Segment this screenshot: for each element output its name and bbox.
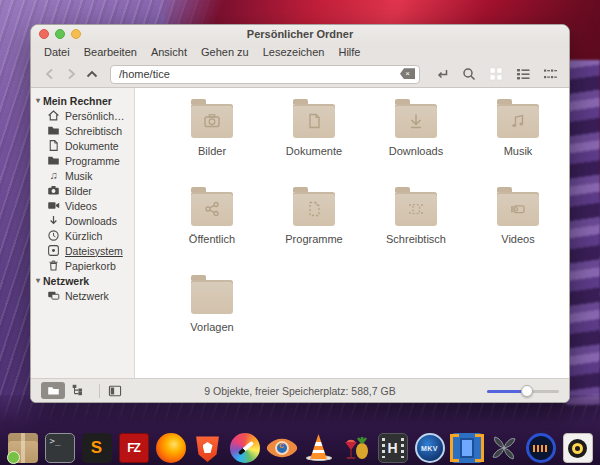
statusbar: 9 Objekte, freier Speicherplatz: 588,7 G… — [31, 378, 569, 402]
folder-videos[interactable]: Videos — [467, 186, 569, 258]
window-title: Persönlicher Ordner — [31, 28, 569, 40]
dock-h-video-icon[interactable]: H — [378, 433, 408, 463]
location-bar: × — [110, 64, 420, 84]
sidebar-item-documents[interactable]: Dokumente — [31, 138, 134, 153]
music-icon: ♫ — [47, 169, 60, 182]
dock-pinwheel-video-icon[interactable] — [489, 433, 519, 463]
dock-filezilla-icon[interactable]: FZ — [119, 433, 149, 463]
network-icon — [47, 289, 60, 302]
sidebar-item-home[interactable]: Persönlich… — [31, 108, 134, 123]
sidebar-item-trash[interactable]: Papierkorb — [31, 258, 134, 273]
toolbar-view-buttons — [430, 64, 561, 84]
sidebar-section-network[interactable]: ▾ Netzwerk — [31, 273, 134, 288]
menu-hilfe[interactable]: Hilfe — [331, 46, 367, 58]
home-icon — [47, 109, 60, 122]
dock-xnview-icon[interactable]: c — [267, 433, 297, 463]
camera-icon — [47, 184, 60, 197]
document-emblem-icon — [293, 104, 335, 138]
compact-view-button[interactable] — [538, 64, 561, 84]
dock-audacity-icon[interactable] — [526, 433, 556, 463]
search-icon[interactable] — [457, 64, 480, 84]
dashed-desktop-emblem-icon — [395, 192, 437, 226]
folder-dokumente[interactable]: Dokumente — [263, 98, 365, 170]
menu-ansicht[interactable]: Ansicht — [144, 46, 194, 58]
folder-grid: Bilder Dokumente Downloads — [161, 98, 569, 346]
list-view-button[interactable] — [511, 64, 534, 84]
folder-icon — [191, 192, 233, 226]
music-emblem-icon — [497, 104, 539, 138]
dock-sublime-text-icon[interactable]: S — [82, 433, 112, 463]
folder-icon — [395, 104, 437, 138]
folder-icon — [293, 192, 335, 226]
folder-icon — [191, 280, 233, 314]
folder-downloads[interactable]: Downloads — [365, 98, 467, 170]
trash-icon — [47, 259, 60, 272]
dock-firefox-icon[interactable] — [156, 433, 186, 463]
folder-vorlagen[interactable]: Vorlagen — [161, 274, 263, 346]
sidebar-item-network[interactable]: Netzwerk — [31, 288, 134, 303]
dashed-document-emblem-icon — [293, 192, 335, 226]
forward-button[interactable] — [60, 64, 81, 84]
menubar: Datei Bearbeiten Ansicht Gehen zu Leseze… — [31, 43, 569, 61]
sidebar-item-videos[interactable]: Videos — [31, 198, 134, 213]
file-manager-window: Persönlicher Ordner Datei Bearbeiten Ans… — [30, 24, 570, 403]
chevron-down-icon: ▾ — [36, 96, 40, 105]
folder-icon — [293, 104, 335, 138]
document-icon — [47, 139, 60, 152]
folder-icon — [47, 154, 60, 167]
sidebar-item-downloads[interactable]: Downloads — [31, 213, 134, 228]
folder-bilder[interactable]: Bilder — [161, 98, 263, 170]
dock-package-box-icon[interactable] — [8, 433, 38, 463]
sidebar-item-music[interactable]: ♫ Musik — [31, 168, 134, 183]
folder-schreibtisch[interactable]: Schreibtisch — [365, 186, 467, 258]
folder-icon — [497, 104, 539, 138]
menu-bearbeiten[interactable]: Bearbeiten — [77, 46, 144, 58]
dock-avidemux-icon[interactable] — [452, 433, 482, 463]
menu-gehen-zu[interactable]: Gehen zu — [194, 46, 256, 58]
window-body: ▾ Mein Rechner Persönlich… Schreibtisch … — [31, 88, 569, 378]
sidebar-item-filesystem[interactable]: Dateisystem — [31, 243, 134, 258]
sidebar-item-pictures[interactable]: Bilder — [31, 183, 134, 198]
folder-icon — [395, 192, 437, 226]
location-input[interactable] — [110, 65, 420, 84]
enter-location-icon[interactable] — [430, 64, 453, 84]
dock-handbrake-icon[interactable] — [341, 433, 371, 463]
folder-programme[interactable]: Programme — [263, 186, 365, 258]
toolbar: × — [31, 61, 569, 88]
dock-brave-icon[interactable] — [193, 433, 223, 463]
dock-mkvtoolnix-icon[interactable]: MKV — [415, 433, 445, 463]
titlebar[interactable]: Persönlicher Ordner — [31, 25, 569, 43]
sidebar-item-recent[interactable]: Kürzlich — [31, 228, 134, 243]
folder-view[interactable]: Bilder Dokumente Downloads — [135, 88, 569, 378]
chevron-down-icon: ▾ — [36, 276, 40, 285]
clock-icon — [47, 229, 60, 242]
up-button[interactable] — [81, 64, 102, 84]
folder-musik[interactable]: Musik — [467, 98, 569, 170]
sidebar: ▾ Mein Rechner Persönlich… Schreibtisch … — [31, 88, 135, 378]
sidebar-section-computer[interactable]: ▾ Mein Rechner — [31, 93, 134, 108]
sidebar-item-programs[interactable]: Programme — [31, 153, 134, 168]
dock-terminal-icon[interactable]: >_ — [45, 433, 75, 463]
share-emblem-icon — [191, 192, 233, 226]
download-emblem-icon — [395, 104, 437, 138]
dock: >_ S FZ c H MKV — [0, 433, 600, 463]
icon-view-button[interactable] — [484, 64, 507, 84]
folder-icon — [497, 192, 539, 226]
camera-emblem-icon — [191, 104, 233, 138]
video-icon — [47, 199, 60, 212]
video-emblem-icon — [497, 192, 539, 226]
zoom-slider[interactable] — [487, 385, 559, 397]
sidebar-item-desktop[interactable]: Schreibtisch — [31, 123, 134, 138]
wallpaper-right-layers — [566, 60, 600, 405]
desktop: Persönlicher Ordner Datei Bearbeiten Ans… — [0, 0, 600, 465]
zoom-slider-handle[interactable] — [521, 385, 533, 397]
folder-icon — [47, 124, 60, 137]
menu-datei[interactable]: Datei — [37, 46, 77, 58]
back-button[interactable] — [39, 64, 60, 84]
dock-audacious-icon[interactable] — [563, 433, 593, 463]
disk-icon — [47, 244, 60, 257]
menu-lesezeichen[interactable]: Lesezeichen — [256, 46, 332, 58]
dock-vlc-icon[interactable] — [304, 433, 334, 463]
folder-oeffentlich[interactable]: Öffentlich — [161, 186, 263, 258]
dock-krita-icon[interactable] — [230, 433, 260, 463]
